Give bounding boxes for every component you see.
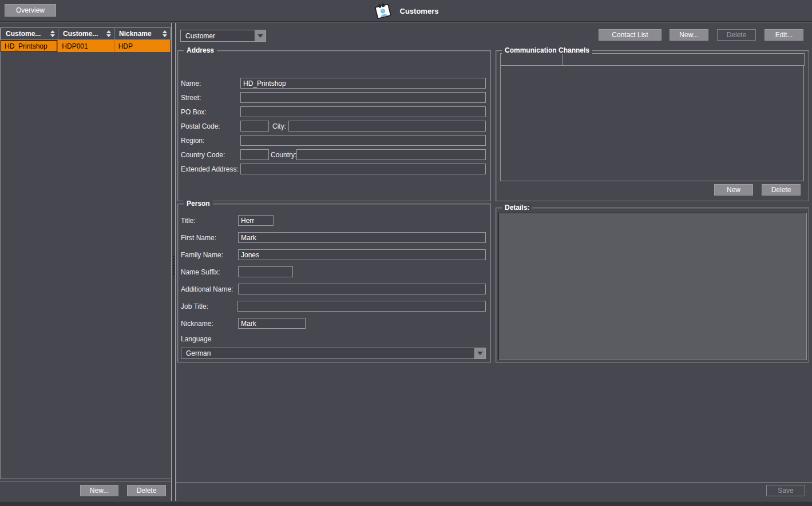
customer-new-button[interactable]: New... <box>80 485 118 496</box>
cell-nickname[interactable]: HDP <box>114 40 171 52</box>
channel-new-button[interactable]: New <box>714 184 753 196</box>
customer-delete-button[interactable]: Delete <box>127 485 166 496</box>
country-code-label: Country Code: <box>181 151 240 159</box>
customer-table-header: Custome... Custome... Nickname <box>1 27 171 40</box>
save-button[interactable]: Save <box>766 485 805 496</box>
country-label: Country: <box>271 151 296 159</box>
nickname-label: Nickname: <box>181 320 238 328</box>
right-footer-divider <box>176 482 812 483</box>
language-dropdown[interactable]: German <box>181 348 486 359</box>
address-group: Address Name: Street: PO Box: Postal Cod… <box>177 50 491 201</box>
toolbar-edit-button[interactable]: Edit... <box>765 29 803 41</box>
person-group: Person Title: First Name: Family Name: N… <box>177 204 491 362</box>
cell-customer-name[interactable]: HD_Printshop <box>1 40 58 52</box>
first-name-field[interactable] <box>238 232 486 243</box>
region-label: Region: <box>181 137 240 145</box>
postal-code-label: Postal Code: <box>181 122 240 130</box>
name-field[interactable] <box>240 78 486 89</box>
job-title-label: Job Title: <box>181 302 238 310</box>
extended-address-label: Extended Address: <box>181 165 240 173</box>
chevron-down-icon[interactable] <box>474 348 485 358</box>
toolbar-new-button[interactable]: New... <box>670 29 708 41</box>
title-field[interactable] <box>238 215 274 226</box>
page-title: Customers <box>400 7 439 15</box>
column-header-label: Custome... <box>63 30 98 38</box>
street-label: Street: <box>181 94 240 102</box>
details-textarea[interactable] <box>498 213 807 360</box>
family-name-field[interactable] <box>238 249 486 260</box>
view-selector-dropdown[interactable]: Customer <box>180 30 266 42</box>
details-group-title: Details: <box>502 204 532 212</box>
status-strip <box>0 501 812 506</box>
po-box-label: PO Box: <box>181 108 240 116</box>
name-suffix-label: Name Suffix: <box>181 268 238 276</box>
street-field[interactable] <box>240 92 486 103</box>
panel-splitter[interactable] <box>171 23 176 501</box>
splitter-grip-icon <box>173 256 175 275</box>
title-area: Customers <box>0 0 812 22</box>
person-group-title: Person <box>184 200 213 208</box>
sort-icon[interactable] <box>50 30 55 37</box>
name-suffix-field[interactable] <box>238 266 293 277</box>
family-name-label: Family Name: <box>181 251 238 259</box>
sort-icon[interactable] <box>106 30 111 37</box>
job-title-field-wide[interactable] <box>237 301 486 312</box>
postal-code-field[interactable] <box>240 121 269 132</box>
contact-list-button[interactable]: Contact List <box>599 29 662 41</box>
title-label: Title: <box>181 217 238 225</box>
column-header-label: Nickname <box>119 30 152 38</box>
country-field[interactable] <box>296 149 486 160</box>
name-label: Name: <box>181 79 240 87</box>
cell-customer-number[interactable]: HDP001 <box>58 40 114 52</box>
additional-name-field[interactable] <box>238 284 486 294</box>
channel-value-column-header[interactable] <box>562 53 805 66</box>
view-selector-value: Customer <box>181 32 255 40</box>
customers-badge-icon <box>374 2 392 20</box>
chevron-down-icon[interactable] <box>255 30 266 41</box>
column-header-label: Custome... <box>6 30 41 38</box>
column-header-customer-1[interactable]: Custome... <box>1 27 58 40</box>
column-header-customer-2[interactable]: Custome... <box>58 27 114 40</box>
channel-type-column-header[interactable] <box>500 53 563 66</box>
country-code-field[interactable] <box>240 149 269 160</box>
details-group: Details: <box>496 208 809 362</box>
toolbar-delete-button[interactable]: Delete <box>717 29 756 41</box>
communication-channels-table-body[interactable] <box>500 66 804 181</box>
language-label: Language <box>181 335 211 343</box>
language-value: German <box>181 349 474 357</box>
first-name-label: First Name: <box>181 234 238 242</box>
table-row-selected[interactable]: HD_Printshop HDP001 HDP <box>1 40 171 52</box>
communication-channels-title: Communication Channels <box>502 46 592 54</box>
channel-delete-button[interactable]: Delete <box>762 184 801 196</box>
communication-channels-table <box>500 53 804 181</box>
extended-address-field[interactable] <box>240 164 486 174</box>
additional-name-label: Additional Name: <box>181 285 238 293</box>
city-label: City: <box>272 122 286 130</box>
city-field[interactable] <box>288 121 486 132</box>
po-box-field[interactable] <box>240 106 486 117</box>
communication-channels-group: Communication Channels New Delete <box>496 50 809 201</box>
sort-icon[interactable] <box>163 30 167 37</box>
customer-table: Custome... Custome... Nickname HD_Prints… <box>0 27 171 479</box>
nickname-field[interactable] <box>238 318 306 329</box>
column-header-nickname[interactable]: Nickname <box>114 27 171 40</box>
communication-channels-table-header <box>500 53 804 66</box>
left-footer-divider <box>0 481 171 481</box>
address-group-title: Address <box>184 46 217 54</box>
region-field[interactable] <box>240 135 486 146</box>
